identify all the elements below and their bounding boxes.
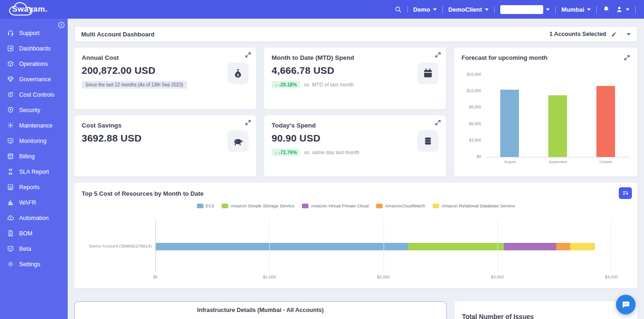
legend-item-amazon-virtual-private-cloud[interactable]: Amazon Virtual Private Cloud: [302, 203, 369, 208]
bottom-row: Infrastructure Details (Mumbai - All Acc…: [74, 301, 637, 319]
sidebar-item-security[interactable]: Security: [0, 102, 68, 118]
expand-icon[interactable]: [245, 120, 251, 126]
topbar-menu-demo[interactable]: Demo: [413, 6, 437, 13]
x-axis-label: $1,000: [263, 275, 276, 279]
bar-chart-icon: [7, 199, 14, 206]
chat-fab-button[interactable]: [616, 295, 636, 314]
sidebar-item-cost-controls[interactable]: $Cost Controls: [0, 87, 68, 102]
legend-label: Amazon Relational Database Service: [441, 203, 515, 208]
legend-label: Amazon Simple Storage Service: [231, 203, 294, 208]
x-axis-label: August: [486, 160, 534, 164]
y-axis-label: $12,000: [467, 88, 481, 93]
sidebar-item-wafr[interactable]: WAFR: [0, 195, 68, 210]
page-title: Multi Account Dashboard: [81, 31, 154, 38]
sidebar-item-governance[interactable]: Governance: [0, 71, 68, 87]
sidebar-item-monitoring[interactable]: Monitoring: [0, 133, 68, 149]
topbar-menu-client-account[interactable]: [500, 5, 550, 14]
legend-swatch: [302, 204, 308, 208]
sidebar-item-bom[interactable]: BOM: [0, 226, 68, 241]
search-icon[interactable]: [394, 6, 402, 13]
kpi-card-todays-spend: Today's Spend90.90 USD↓ -72.76%vs. same …: [264, 115, 446, 177]
forecast-title: Forecast for upcoming month: [462, 54, 547, 61]
chevron-down-icon: [546, 8, 550, 11]
bell-icon[interactable]: [602, 6, 610, 13]
issues-card: Total Number of Issues: [455, 301, 637, 319]
sidebar-item-settings[interactable]: Settings: [0, 256, 68, 272]
wrench-gear-icon: [7, 122, 14, 129]
topbar-menu-demo-client[interactable]: DemoClient: [448, 6, 489, 13]
sidebar-item-billing[interactable]: Billing: [0, 149, 68, 164]
sidebar-item-label: Billing: [19, 153, 35, 160]
legend-item-amazon-simple-storage-service[interactable]: Amazon Simple Storage Service: [222, 203, 294, 208]
headset-icon: [7, 29, 14, 36]
legend-swatch: [433, 204, 439, 208]
document-icon: [7, 230, 14, 237]
svg-text:$: $: [237, 73, 239, 77]
money-bag-icon: $: [232, 68, 244, 79]
main-content: Multi Account Dashboard 1 Accounts Selec…: [68, 19, 644, 319]
hourglass-icon: [7, 168, 14, 175]
kpi-icon-tile: [227, 130, 249, 152]
infrastructure-details-header[interactable]: Infrastructure Details (Mumbai - All Acc…: [74, 301, 447, 319]
sidebar-item-operations[interactable]: Operations: [0, 56, 68, 71]
topbar-right: DemoDemoClientMumbai: [394, 5, 636, 14]
sidebar-item-automation[interactable]: Automation: [0, 210, 68, 226]
expand-icon[interactable]: [245, 52, 251, 58]
delta-note: vs. MTD of last month: [304, 82, 354, 87]
topbar-menus: DemoDemoClientMumbai: [413, 5, 597, 14]
expand-icon[interactable]: [624, 55, 630, 61]
cube-icon: [7, 60, 14, 67]
accounts-dropdown-caret[interactable]: [627, 33, 630, 35]
brand-name: Swayam.: [6, 5, 48, 14]
brand-logo[interactable]: Swayam.: [6, 0, 66, 19]
expand-icon[interactable]: [435, 52, 441, 58]
sidebar-item-reports[interactable]: Reports: [0, 179, 68, 195]
account-selector: 1 Accounts Selected: [549, 30, 630, 38]
kpi-icon-tile: [417, 63, 439, 84]
kpi-value: 3692.88 USD: [82, 133, 249, 144]
user-menu[interactable]: [616, 6, 630, 13]
forecast-bar-september: [548, 95, 567, 157]
forecast-chart: $15,000$12,000$9,000$6,000$3,000$0 Augus…: [462, 73, 630, 164]
menu-label: DemoClient: [448, 6, 482, 13]
report-chart-icon: [7, 184, 14, 191]
pencil-icon[interactable]: [611, 31, 617, 37]
sidebar-item-label: Settings: [19, 261, 40, 268]
legend-item-amazoncloudwatch[interactable]: AmazonCloudWatch: [376, 203, 425, 208]
expand-icon[interactable]: [435, 120, 441, 126]
coins-icon: [422, 135, 434, 147]
sidebar-item-maintenance[interactable]: Maintenance: [0, 118, 68, 133]
delta-note: vs. same day last month: [304, 149, 359, 155]
sidebar-item-label: Dashboards: [19, 45, 50, 52]
divider: [494, 6, 495, 13]
legend-item-ec2[interactable]: EC2: [197, 203, 214, 208]
kpi-card-annual-cost: Annual Cost200,872.00 USDSince the last …: [74, 48, 256, 109]
sidebar-item-label: Support: [19, 30, 40, 36]
divider: [442, 6, 443, 13]
accounts-selected-label: 1 Accounts Selected: [549, 31, 606, 37]
beta-chart-icon: [7, 245, 14, 252]
forecast-x-axis: AugustSeptemberOctober: [486, 160, 630, 164]
kpi-icon-tile: [417, 130, 439, 152]
top5-title: Top 5 Cost of Resources by Month to Date: [82, 190, 203, 197]
topbar: Swayam. DemoDemoClientMumbai: [0, 0, 644, 19]
legend-label: Amazon Virtual Private Cloud: [311, 203, 369, 208]
top5-x-axis: $0$1,000$2,000$3,000$4,000: [155, 275, 611, 280]
cost-refresh-icon: $: [7, 91, 14, 98]
legend-swatch: [376, 204, 383, 208]
kpi-value: 90.90 USD: [272, 133, 439, 144]
chevron-down-icon: [433, 8, 437, 11]
infrastructure-title: Infrastructure Details (Mumbai - All Acc…: [197, 307, 323, 319]
bar-segment-amazon-simple-storage-service: [408, 243, 504, 250]
topbar-menu-region[interactable]: Mumbai: [561, 6, 591, 13]
top5-card: Top 5 Cost of Resources by Month to Date…: [74, 183, 637, 288]
legend-item-amazon-relational-database-service[interactable]: Amazon Relational Database Service: [433, 203, 515, 208]
sidebar-item-sla-report[interactable]: SLA Report: [0, 164, 68, 179]
y-axis-label: $9,000: [469, 105, 481, 109]
sort-button[interactable]: [619, 187, 632, 199]
sidebar-collapse-button[interactable]: [57, 21, 65, 29]
sidebar-item-beta[interactable]: Beta: [0, 241, 68, 256]
sidebar-item-dashboards[interactable]: Dashboards: [0, 41, 68, 56]
sidebar-item-label: Cost Controls: [19, 92, 55, 98]
chevron-down-icon: [485, 8, 489, 11]
